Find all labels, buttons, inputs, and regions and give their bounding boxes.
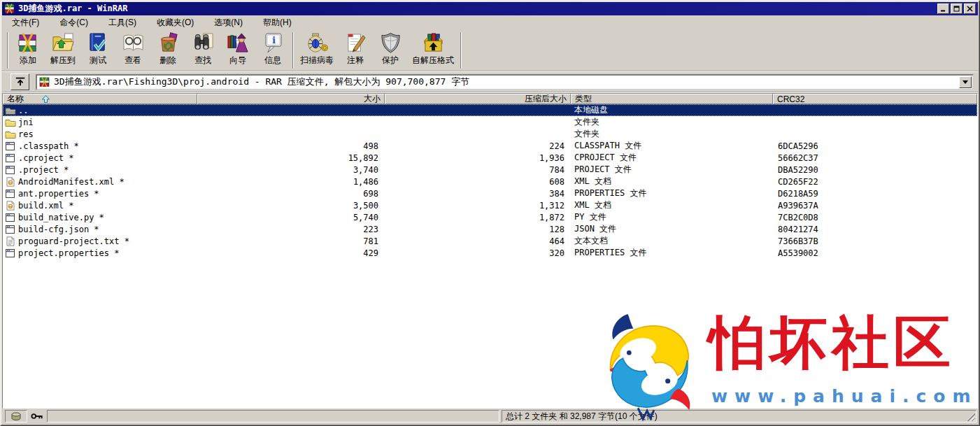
- menu-options[interactable]: 选项(N): [210, 15, 249, 31]
- file-packed-size: 128: [385, 223, 571, 235]
- file-crc32: 80421274: [773, 223, 977, 235]
- file-type: PY 文件: [571, 211, 773, 223]
- file-type: 本地磁盘: [571, 104, 773, 116]
- toolbar-label: 自解压格式: [412, 55, 454, 66]
- file-name: ant.properties *: [18, 189, 99, 199]
- info-icon: i: [262, 32, 285, 54]
- toolbar-label: 解压到: [50, 55, 76, 66]
- file-size: [197, 116, 385, 128]
- file-crc32: CD265F22: [773, 176, 977, 187]
- winrar-window: 3D捕鱼游戏.rar - WinRAR 文件(F) 命令(C) 工具(S) 收藏…: [0, 0, 980, 426]
- find-button[interactable]: 查找: [185, 31, 220, 70]
- app-file-icon: [5, 225, 16, 234]
- file-list: ..本地磁盘jni文件夹res文件夹.classpath *498224CLAS…: [3, 104, 977, 408]
- combobox-dropdown-button[interactable]: [959, 76, 972, 88]
- maximize-button[interactable]: [951, 3, 963, 14]
- file-row[interactable]: .classpath *498224CLASSPATH 文件6DCA5296: [3, 140, 977, 152]
- file-row[interactable]: build_native.py *5,7401,872PY 文件7CB2C0D8: [3, 211, 977, 223]
- toolbar: 添加 解压到 测试: [2, 30, 978, 72]
- delete-icon: [157, 32, 180, 54]
- file-packed-size: [385, 128, 571, 140]
- comment-button[interactable]: 注释: [338, 31, 373, 70]
- app-file-icon: [5, 165, 16, 175]
- info-button[interactable]: i 信息: [255, 31, 290, 70]
- file-row[interactable]: .cproject *15,8921,936CPROJECT 文件56662C3…: [3, 152, 977, 164]
- toolbar-label: 查看: [125, 55, 141, 66]
- file-row[interactable]: project.properties *429320PROPERTIES 文件A…: [3, 247, 977, 259]
- menu-help[interactable]: 帮助(H): [259, 15, 298, 31]
- file-type: CLASSPATH 文件: [571, 140, 773, 152]
- menu-file[interactable]: 文件(F): [8, 15, 45, 31]
- app-file-icon: [5, 141, 16, 151]
- extract-to-button[interactable]: 解压到: [45, 31, 80, 70]
- file-type: CPROJECT 文件: [571, 152, 773, 164]
- minimize-button[interactable]: [937, 3, 949, 14]
- column-header-size[interactable]: 大小: [197, 94, 385, 104]
- menu-favorites[interactable]: 收藏夹(O): [152, 15, 200, 31]
- view-button[interactable]: 查看: [115, 31, 150, 70]
- column-header-crc32[interactable]: CRC32: [773, 94, 977, 104]
- wizard-button[interactable]: 向导: [220, 31, 255, 70]
- scan-virus-button[interactable]: 扫描病毒: [296, 31, 338, 70]
- view-file-icon: [122, 32, 145, 54]
- file-packed-size: 608: [385, 176, 571, 187]
- file-row[interactable]: build.xml *3,5001,312XML 文档A939637A: [3, 199, 977, 211]
- column-label: CRC32: [777, 94, 804, 104]
- file-row[interactable]: build-cfg.json *223128JSON 文件80421274: [3, 223, 977, 235]
- column-header-name[interactable]: 名称: [3, 94, 197, 104]
- file-name: res: [18, 129, 34, 139]
- file-row[interactable]: res文件夹: [3, 128, 977, 140]
- test-button[interactable]: 测试: [80, 31, 115, 70]
- key-indicator: [29, 410, 45, 423]
- up-directory-button[interactable]: [10, 73, 29, 90]
- rar-archive-icon: [39, 77, 50, 87]
- archive-path-text: 3D捕鱼游戏.rar\Fishing3D\proj.android - RAR …: [54, 76, 972, 88]
- file-size: 3,740: [197, 164, 385, 176]
- add-button[interactable]: 添加: [10, 31, 45, 70]
- file-packed-size: 1,312: [385, 199, 571, 211]
- test-archive-icon: [87, 32, 110, 54]
- file-crc32: D6218A59: [773, 187, 977, 199]
- file-row[interactable]: ..本地磁盘: [3, 104, 977, 116]
- file-crc32: 7366B37B: [773, 235, 977, 247]
- protect-button[interactable]: 保护: [373, 31, 408, 70]
- archive-path-combobox[interactable]: 3D捕鱼游戏.rar\Fishing3D\proj.android - RAR …: [36, 74, 974, 90]
- file-row[interactable]: proguard-project.txt *781464文本文档7366B37B: [3, 235, 977, 247]
- delete-button[interactable]: 删除: [150, 31, 185, 70]
- file-type: XML 文档: [571, 199, 773, 211]
- file-crc32: 6DCA5296: [773, 140, 977, 152]
- file-row[interactable]: .project *3,740784PROJECT 文件DBA52290: [3, 164, 977, 176]
- file-size: 223: [197, 223, 385, 235]
- file-size: [197, 104, 385, 116]
- file-name: build_native.py *: [18, 213, 104, 222]
- file-packed-size: 464: [385, 235, 571, 247]
- file-name: build.xml *: [18, 201, 73, 211]
- file-type: JSON 文件: [571, 223, 773, 235]
- sort-ascending-icon: [42, 95, 50, 103]
- column-header-packed[interactable]: 压缩后大小: [385, 94, 571, 104]
- close-button[interactable]: [964, 3, 976, 14]
- file-crc32: 7CB2C0D8: [773, 211, 977, 223]
- toolbar-label: 保护: [382, 55, 399, 66]
- add-archive-icon: [17, 32, 40, 54]
- menu-tools[interactable]: 工具(S): [104, 15, 143, 31]
- toolbar-label: 信息: [264, 55, 281, 66]
- scan-virus-icon: [306, 32, 329, 54]
- column-header-type[interactable]: 类型: [571, 94, 773, 104]
- file-row[interactable]: jni文件夹: [3, 116, 977, 128]
- resize-grip[interactable]: [967, 413, 975, 421]
- toolbar-label: 添加: [20, 55, 36, 66]
- file-name: .classpath *: [18, 141, 79, 151]
- menu-commands[interactable]: 命令(C): [55, 15, 94, 31]
- file-type: PROPERTIES 文件: [571, 247, 773, 259]
- file-row[interactable]: ant.properties *698384PROPERTIES 文件D6218…: [3, 187, 977, 199]
- status-totals-text: 总计 2 文件夹 和 32,987 字节(10 个文件): [506, 411, 658, 423]
- file-row[interactable]: AndroidManifest.xml *1,486608XML 文档CD265…: [3, 176, 977, 187]
- sfx-button[interactable]: 自解压格式: [408, 31, 458, 70]
- svg-text:i: i: [271, 34, 275, 45]
- maximize-icon: [953, 6, 960, 12]
- column-label: 类型: [575, 94, 592, 104]
- xml-file-icon: [5, 177, 16, 187]
- title-bar: 3D捕鱼游戏.rar - WinRAR: [2, 2, 978, 15]
- toolbar-label: 查找: [194, 55, 211, 66]
